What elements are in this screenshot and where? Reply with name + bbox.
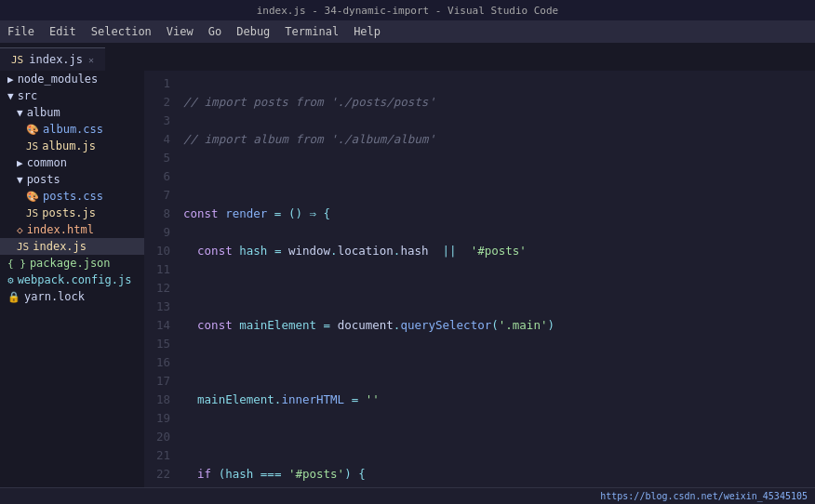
json-file-icon: { } (7, 258, 26, 270)
line-2: // import album from './album/album' (183, 130, 815, 149)
line-1: // import posts from './posts/posts' (183, 93, 815, 112)
tabbar: JS index.js ✕ (0, 43, 815, 71)
tab-close-icon[interactable]: ✕ (88, 55, 94, 65)
menu-debug[interactable]: Debug (229, 25, 277, 38)
code-content: // import posts from './posts/posts' // … (180, 74, 815, 487)
sidebar-item-posts-js[interactable]: JS posts.js (0, 205, 144, 221)
editor: 12345 678910 1112131415 1617181920 21222… (144, 71, 815, 487)
menubar: File Edit Selection View Go Debug Termin… (0, 20, 815, 43)
sidebar-item-yarn-lock[interactable]: 🔒 yarn.lock (0, 288, 144, 305)
menu-help[interactable]: Help (346, 25, 388, 38)
folder-icon: ▶ (17, 157, 23, 169)
sidebar-item-posts-css[interactable]: 🎨 posts.css (0, 188, 144, 205)
lock-file-icon: 🔒 (7, 291, 20, 303)
line-8 (183, 353, 815, 372)
folder-open-icon: ▼ (7, 90, 14, 102)
menu-edit[interactable]: Edit (42, 25, 84, 38)
line-5: const hash = window.location.hash || '#p… (183, 242, 815, 260)
titlebar: index.js - 34-dynamic-import - Visual St… (0, 0, 815, 20)
code-area: 12345 678910 1112131415 1617181920 21222… (144, 71, 815, 487)
js-file-icon: JS (26, 140, 38, 153)
sidebar-item-album-css[interactable]: 🎨 album.css (0, 121, 144, 138)
line-10 (183, 428, 815, 446)
css-file-icon: 🎨 (26, 191, 39, 203)
menu-go[interactable]: Go (201, 25, 229, 38)
line-11: if (hash === '#posts') { (183, 465, 815, 484)
sidebar-item-node-modules[interactable]: ▶ node_modules (0, 71, 144, 87)
titlebar-text: index.js - 34-dynamic-import - Visual St… (257, 5, 559, 17)
menu-view[interactable]: View (159, 25, 201, 38)
main-layout: ▶ node_modules ▼ src ▼ album 🎨 album.css… (0, 71, 815, 487)
line-numbers: 12345 678910 1112131415 1617181920 21222… (144, 74, 180, 487)
js-file-icon: JS (11, 54, 23, 66)
line-3 (183, 167, 815, 186)
sidebar-item-index-js[interactable]: JS index.js (0, 238, 144, 255)
line-4: const render = () ⇒ { (183, 205, 815, 223)
html-file-icon: ◇ (17, 224, 23, 236)
sidebar-item-album[interactable]: ▼ album (0, 104, 144, 121)
sidebar-item-package-json[interactable]: { } package.json (0, 255, 144, 272)
sidebar-item-src[interactable]: ▼ src (0, 87, 144, 104)
menu-terminal[interactable]: Terminal (277, 25, 346, 38)
line-9: mainElement.innerHTML = '' (183, 391, 815, 409)
js-file-icon: JS (17, 241, 29, 253)
sidebar-item-webpack-config[interactable]: ⚙ webpack.config.js (0, 272, 144, 288)
line-6 (183, 279, 815, 298)
menu-selection[interactable]: Selection (84, 25, 159, 38)
sidebar-item-posts[interactable]: ▼ posts (0, 171, 144, 188)
folder-open-icon: ▼ (17, 107, 23, 119)
css-file-icon: 🎨 (26, 124, 39, 136)
sidebar-item-common[interactable]: ▶ common (0, 154, 144, 171)
sidebar: ▶ node_modules ▼ src ▼ album 🎨 album.css… (0, 71, 144, 487)
config-file-icon: ⚙ (7, 274, 14, 286)
folder-icon: ▶ (7, 73, 14, 86)
menu-file[interactable]: File (0, 25, 42, 38)
statusbar-url[interactable]: https://blog.csdn.net/weixin_45345105 (600, 491, 808, 501)
statusbar: https://blog.csdn.net/weixin_45345105 (0, 487, 815, 504)
tab-label: index.js (29, 53, 83, 66)
line-7: const mainElement = document.querySelect… (183, 316, 815, 335)
sidebar-item-index-html[interactable]: ◇ index.html (0, 221, 144, 238)
folder-open-icon: ▼ (17, 174, 23, 186)
sidebar-item-album-js[interactable]: JS album.js (0, 138, 144, 154)
js-file-icon: JS (26, 207, 38, 219)
tab-index-js[interactable]: JS index.js ✕ (0, 47, 105, 71)
